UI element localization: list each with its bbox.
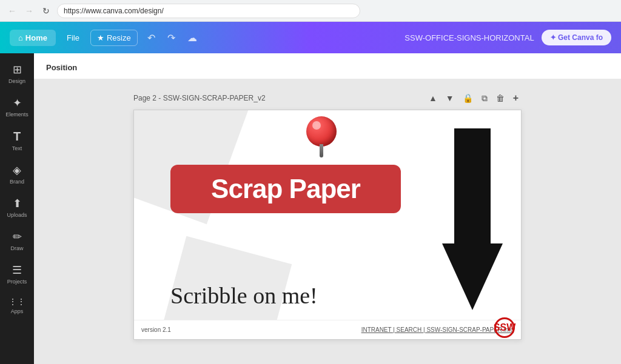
toolbar-icons: ↶ ↷ ☁ [143, 30, 202, 46]
page-down-button[interactable]: ▼ [443, 91, 457, 105]
footer-version: version 2.1 [141, 326, 171, 333]
file-label: File [67, 33, 79, 42]
back-button[interactable]: ← [6, 5, 18, 17]
sidebar-item-uploads[interactable]: ⬆ Uploads [2, 192, 32, 223]
page-up-button[interactable]: ▲ [426, 91, 440, 105]
sidebar-label-projects: Projects [7, 279, 27, 285]
sidebar-item-text[interactable]: T Text [2, 125, 32, 156]
projects-icon: ☰ [12, 263, 22, 277]
resize-button[interactable]: ★ Resize [90, 30, 138, 46]
app-bar-left: ⌂ Home File ★ Resize ↶ ↷ ☁ [10, 30, 202, 46]
get-canva-label: ✦ Get Canva fo [550, 33, 603, 42]
sidebar-label-design: Design [8, 78, 25, 84]
page-lock-button[interactable]: 🔒 [460, 91, 476, 105]
arrow-shaft [454, 128, 491, 250]
design-icon: ⊞ [13, 63, 22, 76]
scrap-banner: Scrap Paper [170, 165, 401, 213]
undo-button[interactable]: ↶ [143, 30, 160, 46]
sidebar-item-brand[interactable]: ◈ Brand [2, 159, 32, 190]
brand-icon: ◈ [13, 164, 21, 177]
ssw-logo: SSW [494, 317, 515, 338]
main-layout: ⊞ Design ✦ Elements T Text ◈ Brand ⬆ Upl… [0, 53, 621, 364]
text-icon: T [13, 130, 21, 144]
scribble-text: Scribble on me! [170, 282, 318, 309]
position-panel: Position [34, 53, 621, 79]
file-button[interactable]: File [61, 30, 86, 46]
app-bar: ⌂ Home File ★ Resize ↶ ↷ ☁ SSW-OFFICE-SI… [0, 22, 621, 53]
sidebar-label-brand: Brand [10, 179, 24, 185]
sidebar-item-apps[interactable]: ⋮⋮ Apps [2, 292, 32, 319]
page-label: Page 2 - SSW-SIGN-SCRAP-PAPER_v2 [133, 94, 266, 102]
sidebar-item-draw[interactable]: ✏ Draw [2, 225, 32, 256]
url-text: https://www.canva.com/design/ [64, 7, 164, 15]
reload-button[interactable]: ↻ [40, 5, 52, 17]
page-actions: ▲ ▼ 🔒 ⧉ 🗑 + [426, 91, 522, 105]
elements-icon: ✦ [13, 96, 22, 110]
pin-head [306, 116, 337, 147]
sidebar-item-projects[interactable]: ☰ Projects [2, 259, 32, 290]
browser-bar: ← → ↻ https://www.canva.com/design/ [0, 0, 621, 22]
footer-links-text: INTRANET | SEARCH | SSW-SIGN-SCRAP-PAPER… [361, 326, 514, 333]
sidebar-label-apps: Apps [11, 308, 24, 314]
page-delete-button[interactable]: 🗑 [493, 91, 508, 105]
star-icon: ★ [97, 33, 104, 42]
sidebar: ⊞ Design ✦ Elements T Text ◈ Brand ⬆ Upl… [0, 53, 34, 364]
cloud-button[interactable]: ☁ [183, 30, 202, 46]
home-icon: ⌂ [18, 33, 23, 42]
redo-button[interactable]: ↷ [163, 30, 180, 46]
page-copy-button[interactable]: ⧉ [478, 91, 491, 105]
resize-label: Resize [107, 33, 131, 42]
sidebar-label-uploads: Uploads [7, 212, 27, 218]
url-bar[interactable]: https://www.canva.com/design/ [57, 4, 360, 18]
draw-icon: ✏ [13, 230, 22, 243]
get-canva-button[interactable]: ✦ Get Canva fo [542, 30, 611, 45]
uploads-icon: ⬆ [13, 197, 22, 210]
page-header: Page 2 - SSW-SIGN-SCRAP-PAPER_v2 ▲ ▼ 🔒 ⧉… [133, 91, 522, 105]
card-footer: version 2.1 INTRANET | SEARCH | SSW-SIGN… [134, 320, 521, 339]
sidebar-label-text: Text [12, 145, 22, 151]
position-title: Position [46, 63, 77, 72]
home-button[interactable]: ⌂ Home [10, 30, 56, 46]
sidebar-item-design[interactable]: ⊞ Design [2, 58, 32, 89]
app-bar-right: SSW-OFFICE-SIGNS-HORIZONTAL ✦ Get Canva … [404, 30, 611, 45]
page-container: Page 2 - SSW-SIGN-SCRAP-PAPER_v2 ▲ ▼ 🔒 ⧉… [133, 91, 522, 340]
forward-button[interactable]: → [23, 5, 35, 17]
pin-shine [312, 121, 321, 130]
footer-links: INTRANET | SEARCH | SSW-SIGN-SCRAP-PAPER… [361, 326, 514, 333]
canvas-area[interactable]: Page 2 - SSW-SIGN-SCRAP-PAPER_v2 ▲ ▼ 🔒 ⧉… [34, 79, 621, 364]
sidebar-item-elements[interactable]: ✦ Elements [2, 91, 32, 122]
apps-icon: ⋮⋮ [8, 297, 25, 306]
sidebar-label-elements: Elements [5, 111, 29, 117]
home-label: Home [25, 33, 47, 42]
pin [306, 116, 337, 159]
scrap-paper-text: Scrap Paper [211, 174, 360, 204]
arrow-head [442, 243, 503, 310]
big-arrow [442, 128, 503, 310]
sidebar-label-draw: Draw [10, 245, 23, 251]
doc-title: SSW-OFFICE-SIGNS-HORIZONTAL [404, 33, 534, 42]
content-area: Position Page 2 - SSW-SIGN-SCRAP-PAPER_v… [34, 53, 621, 364]
design-card[interactable]: Scrap Paper Scribble on me! version 2.1 … [133, 110, 522, 340]
page-add-button[interactable]: + [510, 91, 522, 105]
